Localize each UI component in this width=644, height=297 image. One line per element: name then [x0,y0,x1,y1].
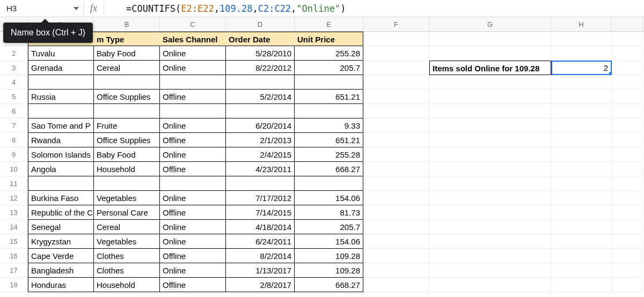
cell-item-type[interactable]: Baby Food [94,46,160,61]
cell-G[interactable] [429,249,551,263]
cell-unit-price[interactable]: 109.28 [295,249,363,263]
header-order-date[interactable]: Order Date [226,32,295,46]
col-header-H[interactable]: H [551,17,612,31]
cell-G[interactable] [429,118,551,133]
cell-country[interactable]: Russia [28,90,94,104]
cell-sales-channel[interactable]: Online [160,118,226,133]
cell-F[interactable] [363,249,429,263]
cell-country[interactable]: Cape Verde [28,249,94,263]
cell-order-date[interactable]: 7/14/2015 [226,205,295,220]
cell-extra[interactable] [612,75,643,90]
cell-item-type[interactable]: Office Supplies [94,133,160,147]
cell-G[interactable] [429,191,551,205]
cell-sales-channel[interactable]: Offline [160,205,226,220]
cell-H[interactable] [551,220,612,234]
cell-H[interactable] [551,176,612,191]
cell-H[interactable] [551,133,612,147]
col-header-E[interactable]: E [295,17,363,31]
cell-sales-channel[interactable]: Offline [160,249,226,263]
cell-H1[interactable] [551,32,612,46]
cell-sales-channel[interactable]: Offline [160,278,226,292]
cell-item-type[interactable]: Household [94,162,160,176]
cell-unit-price[interactable]: 668.27 [295,162,363,176]
cell-unit-price[interactable]: 668.27 [295,278,363,292]
cell-F[interactable] [363,133,429,147]
col-header-B[interactable]: B [94,17,160,31]
cell-order-date[interactable]: 8/22/2012 [226,61,295,75]
cell-item-type[interactable]: Vegetables [94,191,160,205]
cell-unit-price[interactable]: 205.7 [295,61,363,75]
cell-unit-price[interactable]: 651.21 [295,133,363,147]
cell-F[interactable] [363,118,429,133]
cell-extra[interactable] [612,162,643,176]
cell-country[interactable]: Grenada [28,61,94,75]
cell-item-type[interactable] [94,104,160,118]
cell-F[interactable] [363,176,429,191]
header-unit-price[interactable]: Unit Price [295,32,363,46]
cell-extra[interactable] [612,90,643,104]
summary-label[interactable]: Items sold Online for 109.28 [429,61,551,75]
cell-country[interactable]: Bangladesh [28,263,94,278]
row-header[interactable]: 9 [0,147,28,162]
row-header[interactable]: 5 [0,90,28,104]
cell-item-type[interactable]: Vegetables [94,234,160,249]
cell-F[interactable] [363,46,429,61]
col-header-F[interactable]: F [363,17,429,31]
cell-sales-channel[interactable]: Online [160,220,226,234]
cell-sales-channel[interactable] [160,75,226,90]
cell-item-type[interactable] [94,75,160,90]
cell-country[interactable]: Burkina Faso [28,191,94,205]
cell-item-type[interactable]: Clothes [94,249,160,263]
row-header[interactable]: 3 [0,61,28,75]
col-header-extra[interactable] [612,17,643,31]
cell-sales-channel[interactable] [160,104,226,118]
cell-H[interactable] [551,46,612,61]
cell-extra[interactable] [612,32,643,46]
cell-F[interactable] [363,205,429,220]
cell-country[interactable]: Angola [28,162,94,176]
cell-H[interactable] [551,90,612,104]
cell-unit-price[interactable]: 205.7 [295,220,363,234]
cell-extra[interactable] [612,234,643,249]
cell-H[interactable] [551,234,612,249]
cell-extra[interactable] [612,249,643,263]
header-item-type[interactable]: m Type [94,32,160,46]
cell-sales-channel[interactable]: Online [160,191,226,205]
cell-order-date[interactable]: 4/23/2011 [226,162,295,176]
row-header[interactable]: 17 [0,263,28,278]
cell-G[interactable] [429,75,551,90]
cell-unit-price[interactable]: 9.33 [295,118,363,133]
cell-sales-channel[interactable]: Online [160,234,226,249]
cell-H[interactable] [551,263,612,278]
cell-H[interactable] [551,205,612,220]
cell-F1[interactable] [363,32,429,46]
cell-extra[interactable] [612,191,643,205]
cell-sales-channel[interactable]: Online [160,263,226,278]
cell-unit-price[interactable]: 255.28 [295,147,363,162]
cell-unit-price[interactable] [295,75,363,90]
cell-extra[interactable] [612,220,643,234]
cell-country[interactable]: Senegal [28,220,94,234]
row-header[interactable]: 13 [0,205,28,220]
cell-sales-channel[interactable]: Online [160,147,226,162]
cell-H[interactable] [551,249,612,263]
cell-order-date[interactable]: 8/2/2014 [226,249,295,263]
cell-H[interactable] [551,104,612,118]
cell-unit-price[interactable]: 255.28 [295,46,363,61]
cell-F[interactable] [363,263,429,278]
cell-G[interactable] [429,220,551,234]
cell-G[interactable] [429,104,551,118]
row-header[interactable]: 16 [0,249,28,263]
cell-extra[interactable] [612,61,643,75]
row-header[interactable]: 14 [0,220,28,234]
cell-item-type[interactable]: Baby Food [94,147,160,162]
cell-F[interactable] [363,75,429,90]
cell-F[interactable] [363,61,429,75]
cell-country[interactable]: Honduras [28,278,94,292]
cell-unit-price[interactable]: 109.28 [295,263,363,278]
cell-order-date[interactable] [226,176,295,191]
cell-extra[interactable] [612,176,643,191]
cell-F[interactable] [363,278,429,292]
cell-item-type[interactable]: Fruite [94,118,160,133]
spreadsheet-grid[interactable]: A B C D E F G H m TypeSales ChannelOrder… [0,17,644,292]
